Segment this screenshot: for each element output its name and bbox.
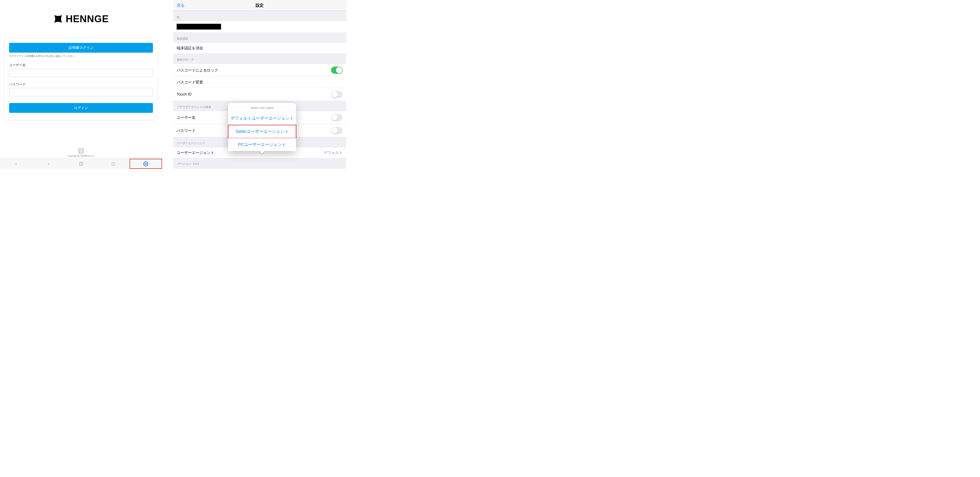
- id-cell: [173, 21, 346, 33]
- clear-device-auth-label: 端末認証を消去: [177, 46, 203, 51]
- back-button[interactable]: [0, 159, 32, 169]
- settings-list: ID 端末認証 端末認証を消去 画面のロック パスコードによるロック パスコード…: [173, 11, 346, 169]
- version-label: バージョン:: [177, 162, 192, 166]
- settings-screen: 戻る 設定 ID 端末認証 端末認証を消去 画面のロック パスコードによるロック…: [173, 0, 346, 169]
- brand-logo-area: HENNGE: [0, 0, 162, 38]
- id-value-redacted: [177, 24, 221, 30]
- passcode-change-label: パスコード変更: [177, 80, 203, 85]
- certificate-login-button[interactable]: 証明書ログイン: [9, 43, 153, 53]
- passcode-lock-toggle[interactable]: [331, 67, 343, 74]
- navigation-bar: 戻る 設定: [173, 0, 346, 11]
- touch-id-toggle[interactable]: [331, 91, 343, 98]
- passcode-lock-label: パスコードによるロック: [177, 68, 218, 73]
- passcode-change-cell[interactable]: パスコード変更: [173, 77, 346, 88]
- login-card: 証明書ログイン ※クライアント証明書をお持ちの方は先に認証してください ユーザー…: [5, 38, 158, 120]
- popover-title: Select User Agent: [228, 103, 296, 112]
- copyright-text: Copyright @ HENNGE K.K.: [0, 155, 162, 158]
- star-icon: [111, 161, 116, 166]
- section-header-id: ID: [173, 11, 346, 21]
- nav-back-button[interactable]: 戻る: [173, 3, 185, 8]
- popover-option-default[interactable]: デフォルトユーザーエージェント: [228, 112, 296, 125]
- user-agent-value: デフォルト: [324, 150, 343, 155]
- save-password-label: パスワード: [177, 128, 196, 133]
- tab-count-badge: 1: [0, 148, 162, 155]
- passcode-lock-cell: パスコードによるロック: [173, 64, 346, 77]
- popover-option-safari[interactable]: Safariユーザーエージェント: [228, 125, 296, 138]
- password-label: パスワード: [9, 82, 153, 87]
- version-value: 2.6.4: [192, 162, 199, 166]
- save-username-toggle[interactable]: [331, 114, 343, 121]
- svg-rect-1: [79, 163, 82, 166]
- gear-icon: [143, 161, 148, 167]
- user-agent-popover: Select User Agent デフォルトユーザーエージェント Safari…: [228, 103, 296, 151]
- tabs-icon: [78, 161, 83, 166]
- forward-button[interactable]: [32, 159, 65, 169]
- tabs-button[interactable]: [65, 159, 97, 169]
- password-input[interactable]: [9, 88, 153, 96]
- popover-option-pc[interactable]: PCユーザーエージェント: [228, 138, 296, 151]
- svg-point-3: [145, 163, 146, 164]
- favorites-button[interactable]: [97, 159, 130, 169]
- hennge-logo-icon: [53, 14, 63, 24]
- popover-tail-icon: [260, 151, 264, 153]
- section-header-device-auth: 端末認証: [173, 33, 346, 42]
- svg-marker-2: [111, 162, 115, 166]
- save-username-label: ユーザー名: [177, 115, 196, 120]
- tab-count: 1: [78, 148, 84, 154]
- bottom-toolbar: [0, 158, 162, 169]
- touch-id-cell: Touch ID: [173, 88, 346, 101]
- save-password-toggle[interactable]: [331, 127, 343, 134]
- settings-button[interactable]: [130, 159, 162, 169]
- username-input[interactable]: [9, 69, 153, 77]
- certificate-note: ※クライアント証明書をお持ちの方は先に認証してください: [9, 54, 153, 58]
- clear-device-auth-cell[interactable]: 端末認証を消去: [173, 42, 346, 54]
- chevron-left-icon: [14, 162, 18, 166]
- svg-rect-0: [80, 162, 83, 165]
- login-button[interactable]: ログイン: [9, 103, 153, 113]
- brand-name: HENNGE: [66, 13, 109, 24]
- version-row: バージョン: 2.6.4: [173, 158, 346, 169]
- username-label: ユーザー名: [9, 63, 153, 67]
- nav-title: 設定: [173, 3, 346, 8]
- chevron-right-icon: [46, 162, 51, 166]
- section-header-screen-lock: 画面のロック: [173, 54, 346, 64]
- user-agent-label: ユーザーエージェント: [177, 150, 215, 155]
- touch-id-label: Touch ID: [177, 92, 191, 97]
- login-screen: HENNGE 証明書ログイン ※クライアント証明書をお持ちの方は先に認証してくだ…: [0, 0, 162, 169]
